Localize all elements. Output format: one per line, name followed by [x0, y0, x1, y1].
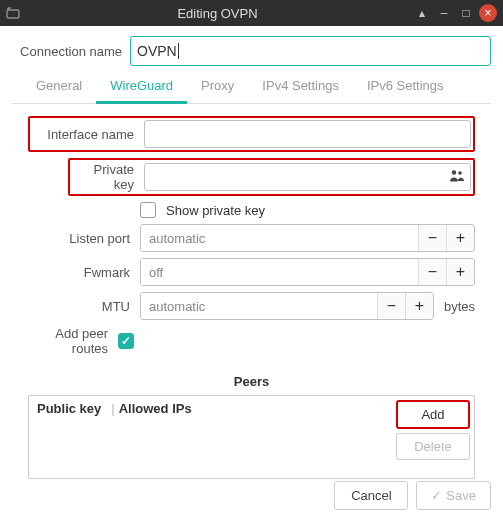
listen-port-minus-icon[interactable]: − [418, 225, 446, 251]
peers-header: Public key | Allowed IPs [29, 396, 392, 421]
connection-name-value: OVPN [137, 43, 177, 59]
fwmark-minus-icon[interactable]: − [418, 259, 446, 285]
app-icon [6, 6, 20, 20]
tab-ipv6-settings[interactable]: IPv6 Settings [353, 70, 458, 103]
peers-list[interactable]: Public key | Allowed IPs [29, 396, 392, 478]
fwmark-input[interactable] [141, 259, 418, 285]
mtu-plus-icon[interactable]: + [405, 293, 433, 319]
mtu-suffix: bytes [444, 299, 475, 314]
mtu-label: MTU [28, 299, 140, 314]
save-label: Save [446, 488, 476, 503]
show-private-key-checkbox[interactable] [140, 202, 156, 218]
peers-title: Peers [28, 374, 475, 389]
text-caret-icon [178, 43, 179, 59]
mtu-input[interactable] [141, 293, 377, 319]
fwmark-stepper[interactable]: − + [140, 258, 475, 286]
listen-port-stepper[interactable]: − + [140, 224, 475, 252]
window-maximize-icon[interactable]: □ [457, 4, 475, 22]
add-peer-routes-checkbox[interactable]: ✓ [118, 333, 134, 349]
dialog-footer: Cancel ✓ Save [0, 471, 503, 520]
peers-add-button[interactable]: Add [396, 400, 470, 429]
connection-name-input[interactable]: OVPN [130, 36, 491, 66]
window-minimize-icon[interactable]: – [435, 4, 453, 22]
connection-name-label: Connection name [12, 44, 130, 59]
svg-point-2 [458, 171, 462, 175]
interface-name-input[interactable] [144, 120, 471, 148]
mtu-minus-icon[interactable]: − [377, 293, 405, 319]
private-key-label: Private key [72, 162, 144, 192]
tab-general[interactable]: General [22, 70, 96, 103]
cancel-button[interactable]: Cancel [334, 481, 408, 510]
users-icon[interactable] [449, 169, 465, 186]
listen-port-input[interactable] [141, 225, 418, 251]
peers-delete-button[interactable]: Delete [396, 433, 470, 460]
listen-port-label: Listen port [28, 231, 140, 246]
fwmark-plus-icon[interactable]: + [446, 259, 474, 285]
peers-box: Public key | Allowed IPs Add Delete [28, 395, 475, 479]
show-private-key-label: Show private key [166, 203, 265, 218]
peers-col-public-key[interactable]: Public key [37, 401, 101, 416]
window-close-icon[interactable]: × [479, 4, 497, 22]
tab-ipv4-settings[interactable]: IPv4 Settings [248, 70, 353, 103]
mtu-stepper[interactable]: − + [140, 292, 434, 320]
peers-col-allowed-ips[interactable]: Allowed IPs [119, 401, 192, 416]
window-ontop-icon[interactable]: ▴ [413, 4, 431, 22]
add-peer-routes-label: Add peer routes [18, 326, 118, 356]
interface-name-label: Interface name [32, 127, 144, 142]
tab-wireguard[interactable]: WireGuard [96, 70, 187, 104]
window-title: Editing OVPN [26, 6, 409, 21]
svg-rect-0 [7, 10, 19, 18]
tab-proxy[interactable]: Proxy [187, 70, 248, 103]
listen-port-plus-icon[interactable]: + [446, 225, 474, 251]
save-button[interactable]: ✓ Save [416, 481, 491, 510]
fwmark-label: Fwmark [28, 265, 140, 280]
private-key-input[interactable] [144, 163, 471, 191]
svg-point-1 [452, 170, 456, 174]
titlebar: Editing OVPN ▴ – □ × [0, 0, 503, 26]
check-icon: ✓ [431, 488, 442, 503]
tabs: General WireGuard Proxy IPv4 Settings IP… [12, 70, 491, 104]
